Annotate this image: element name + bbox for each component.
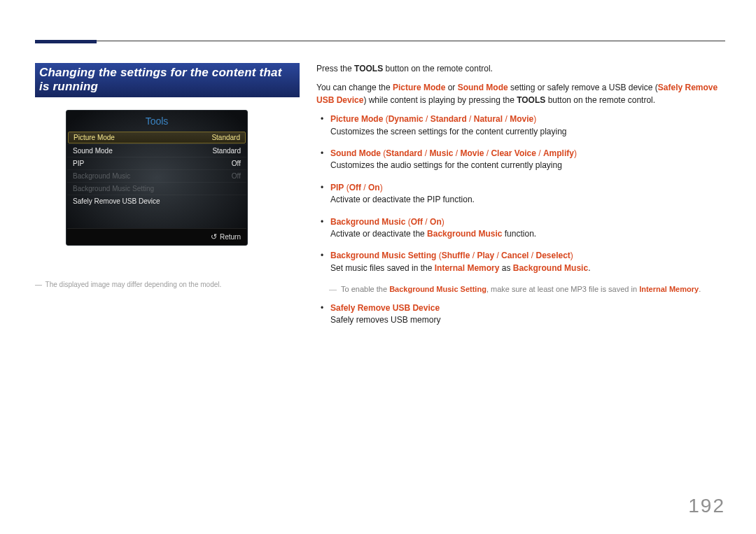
opt: Movie [460, 148, 484, 158]
return-button[interactable]: ↺ Return [67, 228, 246, 245]
text: . [699, 285, 701, 293]
dash-icon: ― [35, 281, 43, 288]
text: function. [502, 229, 536, 239]
item-picture-mode: Picture Mode (Dynamic / Standard / Natur… [330, 113, 725, 138]
tools-row-label: PIP [73, 160, 84, 167]
tools-row-value: Off [232, 160, 241, 167]
sep: / [528, 251, 536, 260]
paren: ) [442, 217, 444, 227]
sep: / [494, 251, 501, 260]
tools-row-value: Off [232, 172, 241, 180]
item-name: Background Music Setting [330, 251, 436, 260]
tools-keyword: TOOLS [354, 64, 383, 73]
paren: ( [405, 217, 410, 227]
paren: ) [533, 114, 536, 124]
tools-title: Tools [67, 111, 246, 131]
sep: / [467, 114, 474, 124]
keyword: Background Music [513, 263, 588, 273]
sep: / [361, 183, 368, 192]
text: , make sure at least one MP3 file is sav… [486, 285, 639, 293]
text: button on the remote control. [545, 95, 655, 105]
opt: Natural [474, 114, 503, 124]
sep: / [424, 114, 430, 124]
item-pip: PIP (Off / On) Activate or deactivate th… [330, 182, 725, 206]
left-column: Changing the settings for the content th… [35, 63, 300, 337]
columns: Changing the settings for the content th… [35, 63, 725, 337]
item-desc: Activate or deactivate the PIP function. [330, 195, 475, 204]
item-name: PIP [330, 183, 344, 192]
opt: Cancel [501, 251, 528, 260]
picture-mode-keyword: Picture Mode [393, 83, 445, 92]
note-text: To enable the Background Music Setting, … [341, 284, 701, 295]
item-desc: Customizes the audio settings for the co… [330, 160, 562, 170]
note: ― To enable the Background Music Setting… [329, 284, 725, 295]
section-heading: Changing the settings for the content th… [35, 63, 300, 97]
item-bg-music: Background Music (Off / On) Activate or … [330, 216, 725, 241]
opt: Play [477, 251, 494, 260]
item-desc: Set music files saved in the Internal Me… [330, 263, 590, 273]
intro-line-1: Press the TOOLS button on the remote con… [316, 63, 725, 75]
sep: / [503, 114, 510, 124]
tools-row-label: Background Music Setting [73, 185, 154, 192]
top-rule [35, 41, 725, 41]
dash-icon: ― [329, 284, 337, 295]
opt: On [430, 217, 442, 227]
sep: / [470, 251, 477, 260]
text: Set music files saved in the [330, 263, 435, 273]
item-sound-mode: Sound Mode (Standard / Music / Movie / C… [330, 148, 725, 172]
keyword: Internal Memory [639, 285, 699, 293]
item-name: Picture Mode [330, 114, 383, 124]
item-safely-remove: Safely Remove USB Device Safely removes … [330, 302, 725, 327]
sep: / [484, 148, 491, 158]
sep: / [453, 148, 460, 158]
text: setting or safely remove a USB device ( [508, 83, 658, 92]
footnote-text: The displayed image may differ depending… [46, 281, 222, 288]
opt: Amplify [543, 148, 574, 158]
text: button on the remote control. [383, 64, 493, 73]
text: To enable the [341, 285, 389, 293]
tools-row-sound-mode[interactable]: Sound Mode Standard [67, 144, 246, 157]
opt: Standard [430, 114, 467, 124]
tools-row-bg-music-setting: Background Music Setting [67, 182, 246, 195]
tools-row-picture-mode[interactable]: Picture Mode Standard [68, 132, 246, 143]
opt: Off [349, 183, 361, 192]
item-desc: Safely removes USB memory [330, 315, 440, 325]
feature-list: Picture Mode (Dynamic / Standard / Natur… [316, 113, 725, 274]
tools-row-value: Standard [211, 134, 240, 141]
text: . [588, 263, 590, 273]
paren: ) [380, 183, 383, 192]
image-footnote: ― The displayed image may differ dependi… [35, 281, 300, 288]
tools-row-bg-music: Background Music Off [67, 169, 246, 182]
opt: Movie [510, 114, 533, 124]
opt: On [368, 183, 380, 192]
tools-row-label: Background Music [73, 172, 130, 180]
item-name: Background Music [330, 217, 405, 227]
item-bg-music-setting: Background Music Setting (Shuffle / Play… [330, 250, 725, 274]
text: as [499, 263, 512, 273]
page-number: 192 [688, 495, 725, 517]
opt: Off [411, 217, 423, 227]
text: ) while content is playing by pressing t… [363, 95, 517, 105]
paren: ) [570, 251, 573, 260]
return-icon: ↺ [211, 232, 217, 241]
keyword: Internal Memory [435, 263, 500, 273]
keyword: Background Music Setting [389, 285, 486, 293]
tools-row-value: Standard [212, 147, 241, 155]
right-column: Press the TOOLS button on the remote con… [316, 63, 725, 337]
sep: / [422, 148, 429, 158]
opt: Deselect [536, 251, 570, 260]
text: or [445, 83, 457, 92]
opt: Music [429, 148, 453, 158]
tools-row-label: Sound Mode [73, 147, 113, 155]
opt: Shuffle [442, 251, 470, 260]
sep: / [536, 148, 543, 158]
paren: ( [436, 251, 441, 260]
tools-row-safely-remove[interactable]: Safely Remove USB Device [67, 195, 246, 207]
tools-row-pip[interactable]: PIP Off [67, 157, 246, 169]
intro-line-2: You can change the Picture Mode or Sound… [316, 82, 725, 106]
paren: ) [574, 148, 577, 158]
paren: ( [383, 114, 388, 124]
paren: ( [344, 183, 349, 192]
keyword: Background Music [427, 229, 502, 239]
item-desc: Activate or deactivate the Background Mu… [330, 229, 536, 239]
